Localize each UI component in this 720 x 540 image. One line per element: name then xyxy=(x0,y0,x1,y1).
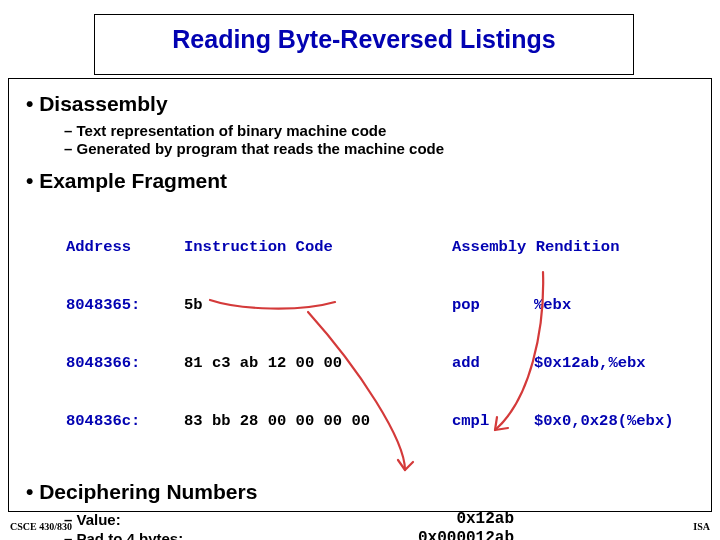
code-1: 81 c3 ab 12 00 00 xyxy=(184,354,452,373)
code-row-1: 8048366: 81 c3 ab 12 00 00 add$0x12ab,%e… xyxy=(66,354,700,373)
addr-2: 804836c: xyxy=(66,412,184,431)
footer-right: ISA xyxy=(693,521,710,532)
oper-0: %ebx xyxy=(534,296,571,315)
decipher-row-0: Value: 0x12ab xyxy=(26,510,700,529)
mnem-0: pop xyxy=(452,296,534,315)
slide-title: Reading Byte-Reversed Listings xyxy=(107,25,621,54)
mnem-2: cmpl xyxy=(452,412,534,431)
col-header-code: Instruction Code xyxy=(184,238,452,257)
heading-decipher: Deciphering Numbers xyxy=(26,480,700,504)
mnem-1: add xyxy=(452,354,534,373)
col-header-asm: Assembly Rendition xyxy=(452,238,619,257)
oper-2: $0x0,0x28(%ebx) xyxy=(534,412,674,431)
code-row-0: 8048365: 5b pop%ebx xyxy=(66,296,700,315)
heading-example: Example Fragment xyxy=(26,169,700,193)
decipher-val-1: 0x000012ab xyxy=(294,529,514,540)
content-area: Disassembly Text representation of binar… xyxy=(26,88,700,540)
code-0: 5b xyxy=(184,296,452,315)
footer-left: CSCE 430/830 xyxy=(10,521,72,532)
decipher-row-1: Pad to 4 bytes: 0x000012ab xyxy=(26,529,700,540)
addr-0: 8048365: xyxy=(66,296,184,315)
decipher-label-1: Pad to 4 bytes: xyxy=(64,530,294,540)
asm-0: pop%ebx xyxy=(452,296,571,315)
addr-1: 8048366: xyxy=(66,354,184,373)
code-2: 83 bb 28 00 00 00 00 xyxy=(184,412,452,431)
oper-1: $0x12ab,%ebx xyxy=(534,354,646,373)
heading-disassembly: Disassembly xyxy=(26,92,700,116)
code-row-2: 804836c: 83 bb 28 00 00 00 00 cmpl$0x0,0… xyxy=(66,412,700,431)
decipher-label-0: Value: xyxy=(64,511,294,528)
disassembly-point-1: Generated by program that reads the mach… xyxy=(64,140,700,157)
asm-1: add$0x12ab,%ebx xyxy=(452,354,646,373)
decipher-block: Value: 0x12ab Pad to 4 bytes: 0x000012ab… xyxy=(26,510,700,540)
code-header-row: Address Instruction Code Assembly Rendit… xyxy=(66,238,700,257)
decipher-val-0: 0x12ab xyxy=(294,510,514,529)
asm-2: cmpl$0x0,0x28(%ebx) xyxy=(452,412,674,431)
disassembly-point-0: Text representation of binary machine co… xyxy=(64,122,700,139)
code-table: Address Instruction Code Assembly Rendit… xyxy=(66,199,700,470)
title-box: Reading Byte-Reversed Listings xyxy=(94,14,634,75)
col-header-address: Address xyxy=(66,238,184,257)
